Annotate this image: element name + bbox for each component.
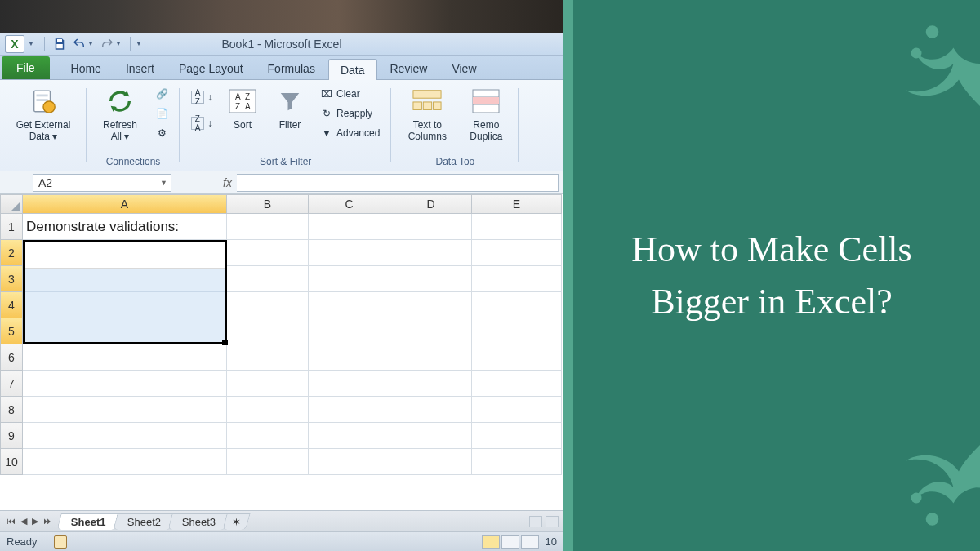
cell-A2[interactable] [23, 240, 227, 266]
cell-B2[interactable] [227, 240, 309, 266]
reapply-filter-button[interactable]: ↻Reapply [317, 104, 383, 122]
row-header-1[interactable]: 1 [0, 214, 23, 240]
sort-desc-button[interactable]: ZA↓ [188, 114, 216, 132]
cell-E10[interactable] [472, 449, 562, 475]
row-header-7[interactable]: 7 [0, 371, 23, 397]
fx-icon[interactable]: fx [223, 176, 232, 189]
row-header-9[interactable]: 9 [0, 423, 23, 449]
sheet-tab-3[interactable]: Sheet3 [167, 513, 230, 530]
filter-button[interactable]: Filter [270, 83, 310, 131]
cell-C9[interactable] [309, 423, 390, 449]
cells-area[interactable]: Demonstrate validations: [23, 214, 564, 510]
cell-D7[interactable] [390, 371, 472, 397]
sheet-tab-1[interactable]: Sheet1 [56, 513, 120, 530]
refresh-all-button[interactable]: Refresh All ▾ [95, 83, 145, 143]
cell-E8[interactable] [472, 397, 562, 423]
tab-review[interactable]: Review [379, 58, 439, 79]
cell-D10[interactable] [390, 449, 472, 475]
tab-formulas[interactable]: Formulas [256, 58, 327, 79]
cell-A1[interactable]: Demonstrate validations: [23, 214, 227, 240]
cell-C2[interactable] [309, 240, 390, 266]
cell-B5[interactable] [227, 318, 309, 344]
redo-dropdown-icon[interactable]: ▾ [117, 40, 120, 47]
cell-D4[interactable] [390, 292, 472, 318]
tab-view[interactable]: View [440, 58, 488, 79]
cell-C8[interactable] [309, 397, 390, 423]
cell-B7[interactable] [227, 371, 309, 397]
select-all-corner[interactable] [0, 194, 23, 214]
cell-D8[interactable] [390, 397, 472, 423]
hscroll-thumb[interactable] [546, 516, 559, 527]
text-to-columns-button[interactable]: Text to Columns [399, 83, 455, 143]
cell-C10[interactable] [309, 449, 390, 475]
col-header-D[interactable]: D [390, 194, 472, 214]
cell-A3[interactable] [23, 266, 227, 292]
cell-D3[interactable] [390, 266, 472, 292]
cell-E2[interactable] [472, 240, 562, 266]
cell-B10[interactable] [227, 449, 309, 475]
row-header-10[interactable]: 10 [0, 449, 23, 475]
row-header-6[interactable]: 6 [0, 344, 23, 371]
cell-A7[interactable] [23, 371, 227, 397]
sort-button[interactable]: AZZA Sort [222, 83, 263, 131]
tab-home[interactable]: Home [60, 58, 113, 79]
cell-C4[interactable] [309, 292, 390, 318]
cell-E3[interactable] [472, 266, 562, 292]
cell-A5[interactable] [23, 318, 227, 344]
clear-filter-button[interactable]: ⌧Clear [317, 85, 383, 103]
tab-insert[interactable]: Insert [114, 58, 166, 79]
cell-B3[interactable] [227, 266, 309, 292]
cell-D2[interactable] [390, 240, 472, 266]
new-sheet-tab[interactable]: ✶ [222, 513, 250, 530]
view-page-break-icon[interactable] [521, 535, 539, 549]
name-box-dropdown-icon[interactable]: ▼ [160, 179, 167, 187]
cell-B6[interactable] [227, 344, 309, 371]
tab-nav-prev-icon[interactable]: ◀ [19, 514, 29, 528]
connections-button[interactable]: 🔗 [152, 85, 172, 103]
remove-duplicates-button[interactable]: Remo Duplica [461, 83, 510, 143]
tab-nav-next-icon[interactable]: ▶ [30, 514, 40, 528]
cell-B4[interactable] [227, 292, 309, 318]
sheet-tab-2[interactable]: Sheet2 [113, 513, 176, 530]
row-header-2[interactable]: 2 [0, 240, 23, 266]
cell-E5[interactable] [472, 318, 562, 344]
col-header-E[interactable]: E [472, 194, 562, 214]
cell-D6[interactable] [390, 344, 472, 371]
cell-C3[interactable] [309, 266, 390, 292]
col-header-A[interactable]: A [23, 194, 227, 214]
cell-E6[interactable] [472, 344, 562, 371]
undo-icon[interactable] [71, 36, 87, 52]
qat-customize-dropdown-icon[interactable]: ▼ [28, 40, 34, 47]
cell-E9[interactable] [472, 423, 562, 449]
cell-A4[interactable] [23, 292, 227, 318]
qat-more-icon[interactable]: ▼ [136, 40, 142, 47]
save-icon[interactable] [51, 36, 68, 52]
cell-A10[interactable] [23, 449, 227, 475]
row-header-4[interactable]: 4 [0, 292, 23, 318]
cell-C5[interactable] [309, 318, 390, 344]
macro-record-icon[interactable] [54, 535, 67, 549]
cell-C1[interactable] [309, 214, 390, 240]
cell-A9[interactable] [23, 423, 227, 449]
cell-E7[interactable] [472, 371, 562, 397]
tab-page-layout[interactable]: Page Layout [167, 58, 255, 79]
tab-nav-first-icon[interactable]: ⏮ [5, 514, 17, 528]
cell-E4[interactable] [472, 292, 562, 318]
col-header-B[interactable]: B [227, 194, 309, 214]
cell-B8[interactable] [227, 397, 309, 423]
col-header-C[interactable]: C [309, 194, 390, 214]
tab-file[interactable]: File [2, 56, 50, 79]
sort-asc-button[interactable]: AZ↓ [188, 88, 216, 106]
cell-A8[interactable] [23, 397, 227, 423]
view-page-layout-icon[interactable] [501, 535, 519, 549]
redo-icon[interactable] [99, 36, 115, 52]
tab-nav-last-icon[interactable]: ⏭ [42, 514, 54, 528]
cell-C6[interactable] [309, 344, 390, 371]
row-header-3[interactable]: 3 [0, 266, 23, 292]
row-header-8[interactable]: 8 [0, 397, 23, 423]
cell-D9[interactable] [390, 423, 472, 449]
edit-links-button[interactable]: ⚙ [152, 124, 172, 142]
cell-A6[interactable] [23, 344, 227, 371]
cell-E1[interactable] [472, 214, 562, 240]
advanced-filter-button[interactable]: ▼Advanced [317, 124, 383, 142]
